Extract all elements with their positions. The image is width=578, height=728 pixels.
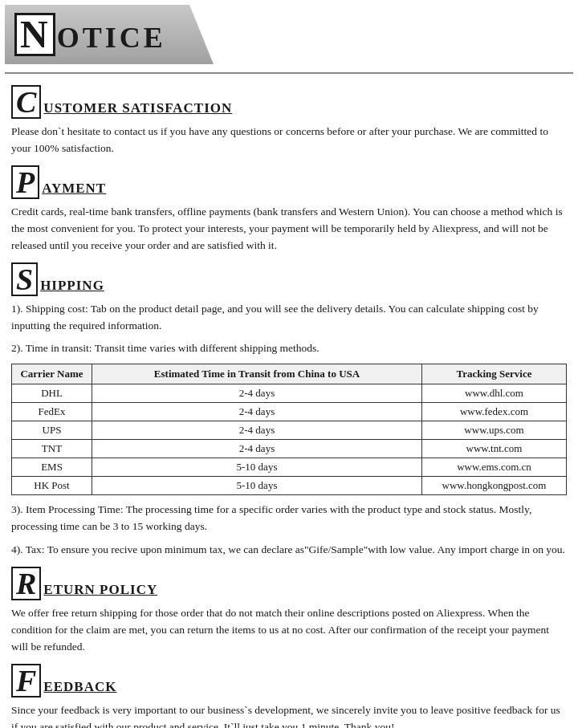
notice-first-letter: N bbox=[14, 13, 55, 56]
shipping-intro2: 2). Time in transit: Transit time varies… bbox=[11, 340, 567, 357]
return-big-letter: R bbox=[11, 567, 41, 600]
main-content: C ustomer Satisfaction Please don`t hesi… bbox=[0, 85, 578, 728]
payment-body: Credit cards, real-time bank transfers, … bbox=[11, 204, 567, 254]
table-row: HK Post5-10 dayswww.hongkongpost.com bbox=[12, 477, 567, 495]
col-transit: Estimated Time in Transit from China to … bbox=[92, 364, 422, 384]
cs-body: Please don`t hesitate to contact us if y… bbox=[11, 124, 567, 157]
feedback-body: Since your feedback is very important to… bbox=[11, 702, 567, 728]
feedback-heading-text: eedback bbox=[43, 679, 116, 695]
payment-heading: P ayment bbox=[11, 165, 567, 199]
header-divider bbox=[5, 72, 573, 74]
return-heading: R eturn Policy bbox=[11, 567, 567, 600]
notice-rest-text: otice bbox=[57, 21, 166, 55]
cs-heading-text: ustomer Satisfaction bbox=[43, 100, 232, 116]
notice-header: N otice bbox=[5, 5, 214, 64]
payment-heading-text: ayment bbox=[42, 181, 106, 197]
payment-big-letter: P bbox=[11, 165, 39, 199]
shipping-outro4: 4). Tax: To ensure you recive upon minim… bbox=[11, 542, 567, 559]
col-carrier: Carrier Name bbox=[12, 364, 92, 384]
return-heading-text: eturn Policy bbox=[43, 582, 157, 598]
shipping-heading: S hipping bbox=[11, 262, 567, 296]
col-tracking: Tracking Service bbox=[422, 364, 567, 384]
table-row: TNT2-4 dayswww.tnt.com bbox=[12, 440, 567, 458]
table-row: EMS5-10 dayswww.ems.com.cn bbox=[12, 458, 567, 477]
shipping-outro3: 3). Item Processing Time: The processing… bbox=[11, 502, 567, 535]
feedback-big-letter: F bbox=[11, 664, 41, 697]
table-row: DHL2-4 dayswww.dhl.com bbox=[12, 384, 567, 403]
customer-satisfaction-heading: C ustomer Satisfaction bbox=[11, 85, 567, 119]
page: N otice C ustomer Satisfaction Please do… bbox=[0, 5, 578, 728]
shipping-big-letter: S bbox=[11, 262, 38, 296]
shipping-intro1: 1). Shipping cost: Tab on the product de… bbox=[11, 301, 567, 335]
shipping-table: Carrier Name Estimated Time in Transit f… bbox=[11, 364, 567, 495]
shipping-heading-text: hipping bbox=[40, 278, 104, 294]
feedback-heading: F eedback bbox=[11, 664, 567, 697]
notice-title: N otice bbox=[14, 13, 166, 56]
return-body: We offer free return shipping for those … bbox=[11, 605, 567, 656]
cs-big-letter: C bbox=[11, 85, 41, 119]
table-row: UPS2-4 dayswww.ups.com bbox=[12, 421, 567, 440]
table-header-row: Carrier Name Estimated Time in Transit f… bbox=[12, 364, 567, 384]
table-row: FedEx2-4 dayswww.fedex.com bbox=[12, 403, 567, 421]
